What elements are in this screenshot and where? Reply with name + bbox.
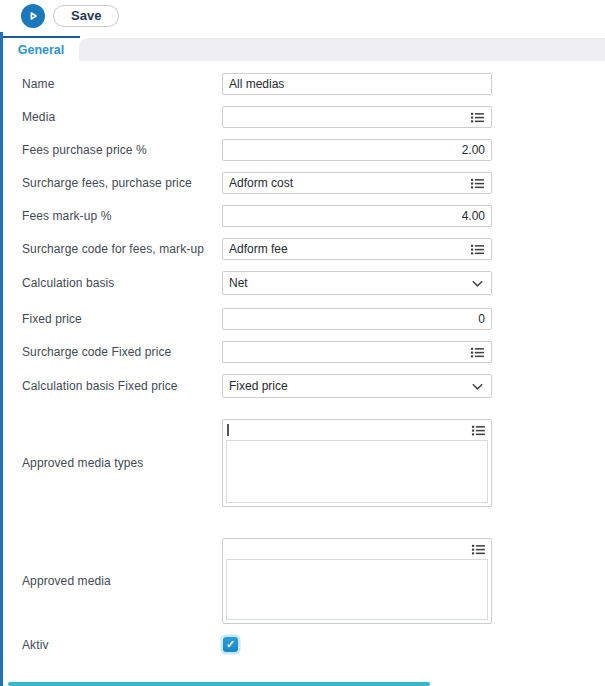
form: NameAll mediasMediaFees purchase price %… [0,61,605,654]
field-row-name: NameAll medias [22,73,605,95]
calculation-basis-select[interactable]: Net [222,271,492,295]
surcharge-code-for-fees-mark-up-input[interactable]: Adform fee [222,238,492,260]
media-input[interactable] [222,106,492,128]
field-label: Media [22,110,222,124]
field-group: Approved media types [22,419,605,507]
approved-media-types-entry-row[interactable] [223,420,491,440]
field-row-surcharge-code-fixed-price: Surcharge code Fixed price [22,341,605,363]
field-row-fixed-price: Fixed price0 [22,308,605,330]
field-label: Surcharge fees, purchase price [22,176,222,190]
field-label: Approved media [22,574,222,588]
chevron-down-icon[interactable] [466,276,485,291]
field-label: Aktiv [22,638,222,652]
field-group: Approved media [22,538,605,624]
field-row-media: Media [22,106,605,128]
left-accent-border [0,32,3,686]
field-group: Fixed price0Surcharge code Fixed priceCa… [22,308,605,398]
field-value: 4.00 [229,209,485,223]
aktiv-checkbox[interactable]: ✓ [223,637,238,652]
fees-purchase-price-input[interactable]: 2.00 [222,139,492,161]
field-label: Fixed price [22,312,222,326]
field-label: Approved media types [22,456,222,470]
toolbar: Save [0,0,605,32]
field-row-approved-media: Approved media [22,538,605,624]
field-label: Name [22,77,222,91]
selected-option: Fixed price [229,379,466,393]
surcharge-fees-purchase-price-input[interactable]: Adform cost [222,172,492,194]
approved-media-types-list-area[interactable] [226,440,488,503]
field-value: Adform fee [229,242,466,256]
field-label: Surcharge code Fixed price [22,345,222,359]
fees-mark-up-input[interactable]: 4.00 [222,205,492,227]
list-icon[interactable] [466,176,485,191]
approved-media-entry-row[interactable] [223,539,491,559]
field-row-surcharge-code-for-fees-mark-up: Surcharge code for fees, mark-upAdform f… [22,238,605,260]
fixed-price-input[interactable]: 0 [222,308,492,330]
field-label: Surcharge code for fees, mark-up [22,242,222,256]
tab-strip-background [79,38,605,61]
field-row-approved-media-types: Approved media types [22,419,605,507]
field-value: All medias [229,77,485,91]
chevron-down-icon[interactable] [466,379,485,394]
surcharge-code-fixed-price-input[interactable] [222,341,492,363]
field-row-fees-purchase-price: Fees purchase price %2.00 [22,139,605,161]
name-input[interactable]: All medias [222,73,492,95]
selected-option: Net [229,276,466,290]
approved-media-list-area[interactable] [226,559,488,620]
field-label: Fees purchase price % [22,143,222,157]
approved-media-types-input[interactable] [222,419,492,507]
tab-general[interactable]: General [3,38,79,61]
field-value: Adform cost [229,176,466,190]
field-row-aktiv: Aktiv✓ [22,635,605,654]
play-icon [25,8,41,24]
progress-bar [8,682,430,686]
field-label: Calculation basis [22,276,222,290]
list-icon[interactable] [467,423,486,438]
field-group: Aktiv✓ [22,635,605,654]
field-value: 0 [229,312,485,326]
field-label: Calculation basis Fixed price [22,379,222,393]
approved-media-input[interactable] [222,538,492,624]
field-row-surcharge-fees-purchase-price: Surcharge fees, purchase priceAdform cos… [22,172,605,194]
field-row-fees-mark-up: Fees mark-up %4.00 [22,205,605,227]
field-row-calculation-basis: Calculation basisNet [22,271,605,295]
field-group: NameAll mediasMediaFees purchase price %… [22,73,605,295]
field-row-calculation-basis-fixed-price: Calculation basis Fixed priceFixed price [22,374,605,398]
field-label: Fees mark-up % [22,209,222,223]
list-icon[interactable] [466,110,485,125]
list-icon[interactable] [466,345,485,360]
field-value: 2.00 [229,143,485,157]
text-cursor [227,424,229,436]
save-button[interactable]: Save [53,5,119,27]
run-button[interactable] [21,4,45,28]
list-icon[interactable] [467,542,486,557]
calculation-basis-fixed-price-select[interactable]: Fixed price [222,374,492,398]
page: Save General NameAll mediasMediaFees pur… [0,0,605,686]
tab-bar: General [0,36,605,61]
list-icon[interactable] [466,242,485,257]
